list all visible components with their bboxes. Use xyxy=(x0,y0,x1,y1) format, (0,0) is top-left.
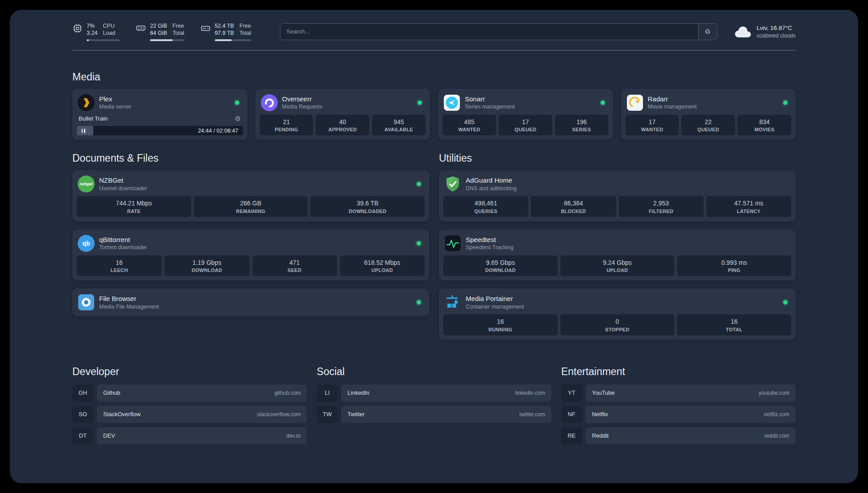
service-name: Media Portainer xyxy=(466,294,524,303)
sonarr-icon xyxy=(443,94,460,111)
bookmark-linkedin[interactable]: LI LinkedIn linkedin.com xyxy=(317,384,551,401)
status-dot xyxy=(783,100,788,105)
bookmark-url: youtube.com xyxy=(759,390,789,396)
service-name: NZBGet xyxy=(99,176,147,185)
stat-total: 16 TOTAL xyxy=(677,314,791,335)
stat-leech: 16 LEECH xyxy=(77,255,162,276)
stat-queries: 498,461 QUERIES xyxy=(443,196,528,217)
service-subtitle: Usenet downloader xyxy=(99,185,147,192)
bookmark-github[interactable]: GH Github github.com xyxy=(72,384,307,401)
service-subtitle: Media File Management xyxy=(99,303,159,310)
cpu-label: CPU xyxy=(103,22,115,29)
section-title-social: Social xyxy=(317,366,551,378)
cpu-usage-bar xyxy=(87,39,120,41)
service-subtitle: Torrent downloader xyxy=(99,244,147,251)
disk-free-value: 52.4 TB xyxy=(215,22,234,29)
overseerr-icon xyxy=(261,94,278,111)
status-dot xyxy=(417,100,422,105)
now-playing-title: Bullet Train xyxy=(79,115,108,122)
disk-usage-bar xyxy=(215,39,251,41)
bookmark-name: StackOverflow xyxy=(103,411,141,418)
memory-free-value: 22 GiB xyxy=(150,22,167,29)
adguard-icon xyxy=(444,175,461,192)
bookmark-abbr: YT xyxy=(561,384,582,401)
search-bar[interactable]: G xyxy=(280,23,718,40)
bookmark-url: netflix.com xyxy=(764,411,789,418)
service-card-radarr[interactable]: Radarr Movie management 17 WANTED 22 QUE… xyxy=(621,89,796,140)
section-utilities: Utilities AdGuard Home DNS and adblockin… xyxy=(439,152,796,340)
stat-wanted: 485 WANTED xyxy=(442,115,496,136)
bookmark-abbr: SO xyxy=(72,406,93,423)
topbar: 7% 3.24 CPU Load 22 GiB 64 GiB xyxy=(72,22,796,41)
bookmark-name: YouTube xyxy=(592,389,615,396)
bookmark-abbr: DT xyxy=(72,427,93,444)
bookmark-url: reddit.com xyxy=(764,433,789,439)
service-subtitle: Series management xyxy=(465,103,515,110)
topbar-divider xyxy=(72,50,796,50)
stat-running: 16 RUNNING xyxy=(443,314,558,335)
bookmark-netflix[interactable]: NF Netflix netflix.com xyxy=(561,406,796,423)
disk-icon xyxy=(200,23,211,33)
disk-widget: 52.4 TB 97.9 TB Free Total xyxy=(200,22,251,41)
stat-download: 1.19 Gbps DOWNLOAD xyxy=(164,255,249,276)
memory-total-value: 64 GiB xyxy=(150,29,167,37)
memory-icon xyxy=(136,23,146,33)
service-card-overseerr[interactable]: Overseerr Media Requests 21 PENDING 40 A… xyxy=(255,89,430,140)
service-name: qBittorrent xyxy=(99,235,147,244)
bookmark-youtube[interactable]: YT YouTube youtube.com xyxy=(561,384,796,401)
search-provider-button[interactable]: G xyxy=(698,24,717,40)
stat-filtered: 2,953 FILTERED xyxy=(619,196,704,217)
cloud-icon xyxy=(733,25,752,38)
bookmark-url: linkedin.com xyxy=(515,390,545,396)
section-title-documents: Documents & Files xyxy=(72,152,429,164)
service-card-plex[interactable]: Plex Media server Bullet Train ⚙ 24:44 /… xyxy=(72,89,247,140)
stat-pending: 21 PENDING xyxy=(260,115,313,136)
service-card-speedtest[interactable]: Speedtest Speedtest Tracking 9.65 Gbps D… xyxy=(439,230,796,281)
disk-free-label: Free xyxy=(239,22,251,29)
bookmark-reddit[interactable]: RE Reddit reddit.com xyxy=(561,427,796,444)
service-subtitle: Media Requests xyxy=(282,103,322,110)
service-subtitle: Container management xyxy=(466,303,524,310)
bookmark-name: DEV xyxy=(103,432,115,439)
service-card-qbittorrent[interactable]: qb qBittorrent Torrent downloader 16 LEE… xyxy=(72,230,429,281)
stat-download: 9.65 Gbps DOWNLOAD xyxy=(443,255,558,276)
stat-wanted: 17 WANTED xyxy=(626,115,679,136)
disk-total-label: Total xyxy=(239,29,251,37)
dashboard-page: 7% 3.24 CPU Load 22 GiB 64 GiB xyxy=(10,10,858,483)
service-card-sonarr[interactable]: Sonarr Series management 485 WANTED 17 Q… xyxy=(438,89,613,140)
status-dot xyxy=(417,241,421,246)
playback-progress-bar[interactable]: 24:44 / 02:06:47 xyxy=(77,126,243,135)
service-subtitle: Movie management xyxy=(648,103,697,110)
service-card-adguard[interactable]: AdGuard Home DNS and adblocking 498,461 … xyxy=(439,170,796,221)
bookmark-abbr: RE xyxy=(561,427,582,444)
stat-series: 196 SERIES xyxy=(555,115,609,136)
section-title-media: Media xyxy=(72,71,796,83)
service-name: File Browser xyxy=(99,294,159,303)
section-social: Social LI LinkedIn linkedin.com TW Twitt… xyxy=(317,366,551,444)
stat-stopped: 0 STOPPED xyxy=(560,314,675,335)
stat-blocked: 86,384 BLOCKED xyxy=(531,196,616,217)
cpu-load-value: 3.24 xyxy=(87,29,97,37)
bookmark-dev[interactable]: DT DEV dev.to xyxy=(72,427,307,444)
stat-downloaded: 39.6 TB DOWNLOADED xyxy=(310,196,425,217)
memory-usage-bar xyxy=(150,39,184,41)
bookmark-stackoverflow[interactable]: SO StackOverflow stackoverflow.com xyxy=(72,406,307,423)
section-entertainment: Entertainment YT YouTube youtube.com NF … xyxy=(561,366,796,444)
stat-seed: 471 SEED xyxy=(252,255,337,276)
service-card-portainer[interactable]: Media Portainer Container management 16 … xyxy=(439,288,796,340)
memory-free-label: Free xyxy=(172,22,184,29)
status-dot xyxy=(601,100,605,105)
bookmark-abbr: NF xyxy=(561,406,582,423)
section-media: Media Plex Media server Bullet Train ⚙ xyxy=(72,71,796,140)
gear-icon[interactable]: ⚙ xyxy=(235,115,241,123)
service-card-nzbget[interactable]: nzbget NZBGet Usenet downloader 744.21 M… xyxy=(72,170,429,221)
search-input[interactable] xyxy=(280,24,698,40)
bookmark-twitter[interactable]: TW Twitter twitter.com xyxy=(317,406,551,423)
bookmark-abbr: GH xyxy=(72,384,93,401)
disk-total-value: 97.9 TB xyxy=(215,29,234,37)
status-dot xyxy=(783,300,788,305)
cpu-widget: 7% 3.24 CPU Load xyxy=(72,22,120,41)
pause-icon[interactable] xyxy=(81,129,86,133)
service-card-filebrowser[interactable]: File Browser Media File Management xyxy=(72,288,429,316)
status-dot xyxy=(417,300,421,305)
